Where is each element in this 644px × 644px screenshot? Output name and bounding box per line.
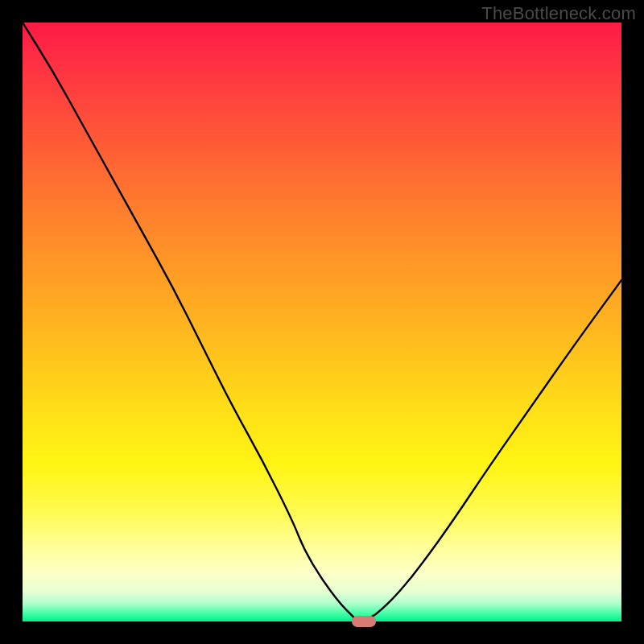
plot-area xyxy=(23,23,621,621)
optimal-point-marker xyxy=(352,616,376,627)
chart-frame: TheBottleneck.com xyxy=(0,0,644,644)
watermark-text: TheBottleneck.com xyxy=(481,3,636,24)
bottleneck-curve xyxy=(23,23,621,621)
